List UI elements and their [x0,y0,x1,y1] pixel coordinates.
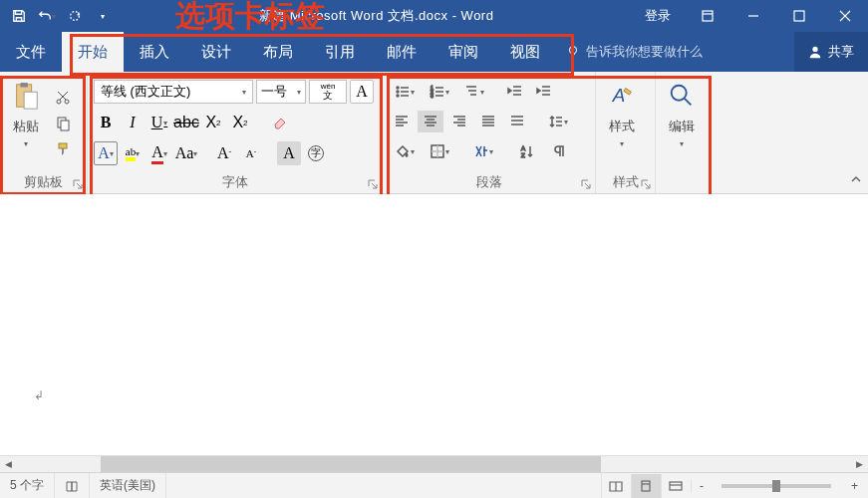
asian-layout-button[interactable]: ▾ [467,140,499,162]
svg-point-15 [397,95,399,97]
scroll-right-button[interactable]: ▶ [851,456,868,473]
font-name-combo[interactable]: 等线 (西文正文)▾ [94,80,253,104]
svg-point-23 [672,86,687,101]
character-shading-button[interactable]: A [277,141,301,165]
styles-button[interactable]: A 样式 ▾ [600,76,644,171]
bullets-button[interactable]: ▾ [389,81,421,103]
window-controls [685,0,868,32]
share-button[interactable]: 共享 [794,32,868,72]
superscript-button[interactable]: X2 [228,111,252,134]
align-right-button[interactable] [446,111,472,132]
horizontal-scrollbar[interactable]: ◀ ▶ [0,455,868,472]
multilevel-list-button[interactable]: ▾ [458,81,490,103]
login-button[interactable]: 登录 [631,7,685,25]
align-center-button[interactable] [418,111,443,132]
ribbon-options-button[interactable] [685,0,730,32]
bold-button[interactable]: B [94,111,118,134]
tab-file[interactable]: 文件 [0,32,62,72]
strikethrough-button[interactable]: abc [174,111,198,134]
maximize-button[interactable] [776,0,822,32]
group-styles: A 样式 ▾ 样式 [596,72,656,193]
read-mode-button[interactable] [601,474,631,498]
borders-button[interactable]: ▾ [424,140,455,162]
character-border-button[interactable]: A [350,80,374,104]
language-status[interactable]: 英语(美国) [90,473,166,498]
minimize-button[interactable] [730,0,776,32]
tab-mailings[interactable]: 邮件 [371,32,433,72]
scroll-thumb[interactable] [101,456,601,472]
styles-launcher[interactable] [639,177,653,191]
qat-customize-button[interactable]: ▾ [90,3,116,29]
word-count[interactable]: 5 个字 [0,473,55,498]
web-layout-button[interactable] [661,474,691,498]
decrease-indent-button[interactable] [502,81,528,103]
clear-formatting-button[interactable] [268,111,292,134]
grow-font-button[interactable]: Aˆ [212,141,236,165]
print-layout-button[interactable] [631,474,661,498]
numbering-button[interactable]: 123▾ [424,81,455,103]
tab-view[interactable]: 视图 [494,32,556,72]
sort-button[interactable]: AZ [511,140,543,162]
document-area[interactable] [0,194,868,472]
group-font: 等线 (西文正文)▾ 一号▾ wén文 A B I U▾ abc X2 X2 A… [88,72,383,193]
zoom-in-button[interactable]: + [841,479,868,493]
svg-rect-6 [20,83,28,88]
svg-rect-1 [703,11,713,21]
save-button[interactable] [6,3,32,29]
show-marks-button[interactable] [546,140,572,162]
cut-button[interactable] [51,86,75,110]
zoom-out-button[interactable]: - [691,479,712,493]
clipboard-icon [11,81,41,111]
spellcheck-status[interactable] [55,473,90,498]
editing-button[interactable]: 编辑 ▾ [660,76,704,189]
clipboard-launcher[interactable] [71,177,85,191]
distributed-button[interactable] [504,111,530,132]
justify-button[interactable] [475,111,501,132]
tab-references[interactable]: 引用 [309,32,371,72]
font-launcher[interactable] [366,177,380,191]
styles-icon: A [607,81,637,111]
svg-rect-2 [794,11,804,21]
redo-button[interactable] [62,3,88,29]
increase-indent-button[interactable] [531,81,557,103]
phonetic-guide-button[interactable]: wén文 [309,80,347,104]
svg-text:A: A [521,145,525,151]
change-case-button[interactable]: Aa▾ [174,141,198,165]
group-clipboard: 粘贴 ▾ 剪贴板 [0,72,88,193]
tell-me-search[interactable]: 告诉我你想要做什么 [556,32,794,72]
font-color-button[interactable]: A▾ [147,141,171,165]
close-button[interactable] [822,0,868,32]
font-size-combo[interactable]: 一号▾ [256,80,306,104]
tab-insert[interactable]: 插入 [124,32,185,72]
underline-button[interactable]: U▾ [147,111,171,134]
line-spacing-button[interactable]: ▾ [542,111,574,132]
enclose-characters-button[interactable]: 字 [304,141,328,165]
svg-point-14 [397,91,399,93]
ribbon-tabs: 文件 开始 插入 设计 布局 引用 邮件 审阅 视图 告诉我你想要做什么 共享 [0,32,868,72]
scroll-left-button[interactable]: ◀ [0,456,17,473]
tab-design[interactable]: 设计 [185,32,247,72]
subscript-button[interactable]: X2 [201,111,225,134]
zoom-thumb[interactable] [772,480,780,492]
tab-home[interactable]: 开始 [62,32,124,72]
undo-button[interactable]: ▾ [34,3,60,29]
copy-button[interactable] [51,112,75,135]
paste-button[interactable]: 粘贴 ▾ [4,76,48,171]
zoom-slider[interactable] [722,484,831,488]
align-left-button[interactable] [389,111,415,132]
format-painter-button[interactable] [51,137,75,161]
paragraph-launcher[interactable] [579,177,593,191]
shading-button[interactable]: ▾ [389,140,421,162]
italic-button[interactable]: I [121,111,145,134]
tab-layout[interactable]: 布局 [247,32,309,72]
text-effects-button[interactable]: A▾ [94,141,118,165]
title-bar: ▾ ▾ 新建 Microsoft Word 文档.docx - Word 登录 [0,0,868,32]
scroll-track[interactable] [17,456,851,472]
tab-review[interactable]: 审阅 [433,32,494,72]
svg-rect-24 [642,481,650,491]
collapse-ribbon-button[interactable] [850,171,862,189]
highlight-button[interactable]: ab▾ [121,141,145,165]
svg-rect-25 [670,482,682,490]
group-label-font: 字体 [92,171,378,191]
shrink-font-button[interactable]: Aˇ [239,141,263,165]
